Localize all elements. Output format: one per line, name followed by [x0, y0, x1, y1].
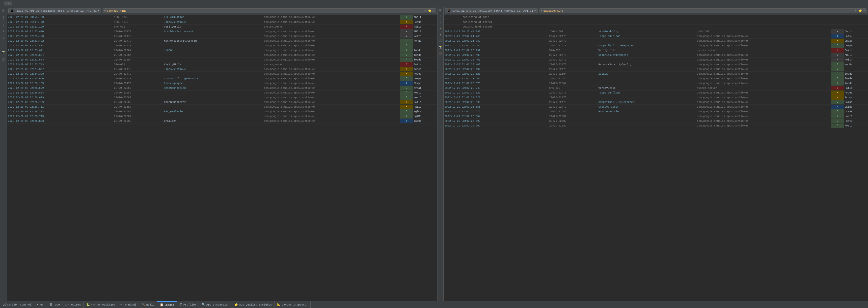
log-message: Compa — [413, 76, 437, 81]
log-message: Acces — [844, 90, 868, 95]
right-down-icon[interactable]: ⬇ — [439, 26, 442, 31]
log-message: Faile — [844, 48, 868, 53]
status-item-app-quality-insights[interactable]: ⭐App Quality Insights — [232, 301, 275, 308]
sidebar-scroll-icon[interactable]: ↕ — [1, 22, 6, 27]
right-filter-help-icon[interactable]: ? — [863, 9, 865, 12]
log-pid: 22470-22582 — [548, 114, 597, 118]
tab-close-button[interactable]: ✕ — [8, 2, 9, 5]
log-package: com.google.samples.apps.sunflower — [696, 118, 831, 123]
status-item-run[interactable]: ▶Run — [34, 301, 47, 308]
log-tag: .apps.sunflowe — [163, 67, 263, 72]
log-pid: 22470-22470 — [548, 62, 597, 67]
status-icon-logcat: 📋 — [160, 303, 163, 307]
right-up-icon[interactable]: ⬆ — [439, 32, 442, 37]
status-item-profiler[interactable]: ⏱Profiler — [177, 301, 199, 308]
table-row: 2022-12-29 02:02:23.62122470-22584libEGL… — [7, 48, 437, 53]
status-item-todo[interactable]: ☰TODO — [47, 301, 62, 308]
log-level: E — [831, 48, 844, 53]
status-item-python-packages[interactable]: 🐍Python Packages — [84, 301, 118, 308]
table-row: 2022-12-29 02:02:26.15522470-22470Choreo… — [444, 104, 868, 109]
right-device-selector[interactable]: 📱 Pixel XL API 31 (emulator-5554) Androi… — [445, 8, 538, 13]
log-tag: EGL_emulation — [163, 15, 263, 20]
log-date: 2022-12-29 02:02:23.400 — [7, 29, 113, 34]
sidebar-video-icon[interactable]: 🎥 — [1, 57, 6, 62]
status-icon-run: ▶ — [37, 303, 38, 307]
log-package: com.google.samples.apps.sunflower — [696, 38, 831, 43]
right-filter-clear-button[interactable]: ✕ — [855, 9, 857, 12]
sidebar-clear-icon[interactable]: 🗑 — [1, 8, 6, 13]
log-message: eglMa — [413, 114, 437, 118]
right-camera-icon[interactable]: 📸 — [438, 45, 443, 50]
log-date: 2022-12-29 02:02:23.664 — [7, 53, 113, 57]
log-message — [844, 67, 868, 72]
log-pid: 546-603 — [113, 24, 163, 29]
left-filter-bookmark-icon[interactable]: ⭐ — [428, 9, 432, 12]
table-row: 2022-12-29 02:02:26.58422470-22582com.go… — [7, 90, 437, 95]
log-pid: 22470-22470 — [113, 67, 163, 72]
log-package: com.google.samples.apps.sunflower — [263, 118, 400, 123]
log-pid: 22470-22582 — [113, 100, 163, 104]
right-list-icon[interactable]: ☰ — [439, 39, 442, 44]
right-log-content[interactable]: ---------- beginning of main---------- b… — [444, 15, 868, 301]
left-device-selector[interactable]: 📱 Pixel XL API 31 (emulator-5554) Androi… — [8, 8, 101, 13]
sidebar-list-icon[interactable]: ☰ — [1, 43, 6, 48]
log-tag — [163, 72, 263, 76]
log-package: com.google.samples.apps.sunflower — [696, 53, 831, 57]
table-row: 2022-12-28 09:27:44.8901507-1507studio.d… — [444, 29, 868, 34]
log-message: HostC — [844, 123, 868, 128]
log-pid: 22470-22470 — [113, 43, 163, 48]
right-filter-bookmark-icon[interactable]: ⭐ — [859, 9, 862, 12]
table-row: 2022-12-29 02:02:26.69922470-22582com.go… — [444, 123, 868, 128]
right-filter-box[interactable]: ⚑ package:mine ✕ ⭐ ? — [539, 8, 867, 13]
status-icon-app-inspection: 🔍 — [202, 303, 205, 307]
table-row: 2022-12-29 02:02:23.40222470-22470com.go… — [7, 43, 437, 48]
status-item-logcat[interactable]: 📋Logcat — [157, 301, 177, 308]
log-pid: 22470-22584 — [113, 53, 163, 57]
status-item-problems[interactable]: ⚠Problems — [62, 301, 84, 308]
log-date: 2022-12-29 02:02:23.400 — [7, 34, 113, 38]
left-filter-box[interactable]: ⚑ package:mine ✕ ⭐ ? — [102, 8, 436, 13]
right-device-dropdown-icon: ▾ — [534, 9, 536, 12]
log-tag: .apps.sunflowe — [597, 34, 696, 38]
table-row: 2022-12-29 02:02:24.32822470-22470com.go… — [444, 95, 868, 100]
log-pid: 22470-22584 — [548, 76, 597, 81]
log-date: 2022-12-29 02:02:26.709 — [7, 100, 113, 104]
status-item-terminal[interactable]: ⌨Terminal — [118, 301, 139, 308]
left-filter-clear-button[interactable]: ✕ — [424, 9, 426, 12]
log-date: 2022-12-29 02:02:23.621 — [7, 48, 113, 53]
status-item-build[interactable]: 🔨Build — [139, 301, 157, 308]
log-level: D — [831, 81, 844, 86]
log-message: Faile — [413, 104, 437, 109]
status-item-version-control[interactable]: ⎇Version Control — [0, 301, 34, 308]
log-level: W — [400, 104, 412, 109]
right-scroll-icon[interactable]: ↕ — [439, 20, 442, 25]
log-pid: 1507-1507 — [548, 29, 597, 34]
sidebar-pause-icon[interactable]: ⏸ — [1, 15, 6, 20]
sidebar-camera-icon[interactable]: 📸 — [1, 50, 6, 55]
log-package: com.google.samples.apps.sunflower — [696, 95, 831, 100]
right-pause-icon[interactable]: ⏸ — [438, 14, 442, 19]
log-level: W — [400, 72, 412, 76]
left-log-content[interactable]: 2022-12-29 01:00:55.7901639-1855EGL_emul… — [7, 15, 437, 301]
status-bar: ⎇Version Control▶Run☰TODO⚠Problems🐍Pytho… — [0, 301, 868, 308]
status-label: Layout Inspector — [282, 303, 308, 306]
status-item-app-inspection[interactable]: 🔍App Inspection — [199, 301, 232, 308]
table-row: 2022-12-29 02:02:23.67322470-22584com.go… — [444, 81, 868, 86]
log-tag: OpenGLRenderer — [163, 100, 263, 104]
right-clear-icon[interactable]: 🗑 — [438, 8, 442, 12]
right-video-icon[interactable]: 🎥 — [438, 51, 443, 56]
log-pid: 22470-22582 — [113, 114, 163, 118]
status-item-layout-inspector[interactable]: 📐Layout Inspector — [275, 301, 311, 308]
right-panel-sidebar: 🗑 ⏸ ↕ ⬇ ⬆ ☰ 📸 🎥 — [438, 7, 444, 301]
log-message: Unexp — [844, 38, 868, 43]
sidebar-down-icon[interactable]: ⬇ — [1, 29, 6, 34]
left-filter-help-icon[interactable]: ? — [433, 9, 434, 12]
log-tag: .apps.sunflowe — [163, 20, 263, 24]
log-level: D — [831, 118, 844, 123]
status-icon-terminal: ⌨ — [121, 303, 122, 307]
log-package: com.google.samples.apps.sunflower — [696, 114, 831, 118]
log-package: com.google.samples.apps.sunflower — [263, 53, 400, 57]
sidebar-up-icon[interactable]: ⬆ — [1, 36, 6, 41]
logcat-tab[interactable]: ✕ — [4, 1, 12, 5]
log-pid: 22470-22470 — [113, 81, 163, 86]
